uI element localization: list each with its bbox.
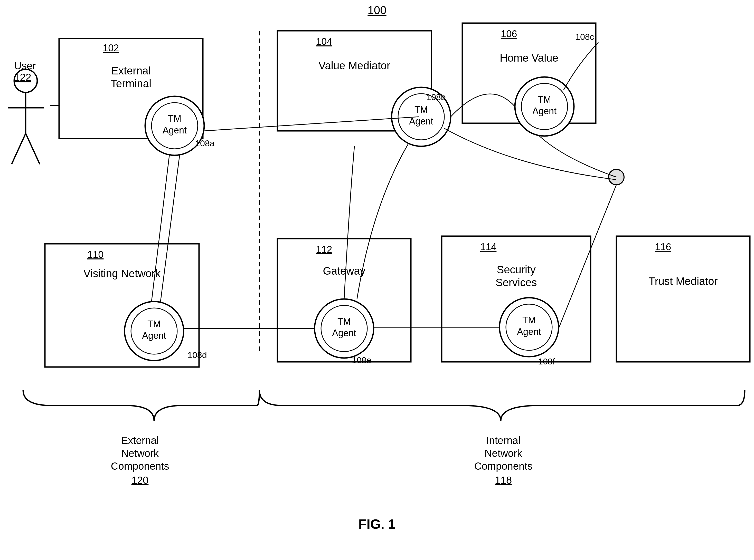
agent-108b-label1: TM [414,104,428,115]
user-ref: 122 [14,72,31,83]
agent-108d-label1: TM [148,319,161,329]
ref-108c: 108c [575,32,594,42]
agent-108e-label1: TM [337,316,351,327]
agent-108d-label2: Agent [142,330,166,341]
fig-label: FIG. 1 [359,517,395,532]
svg-text:Terminal: Terminal [111,78,152,89]
agent-108a-label1: TM [168,114,181,124]
int-network-label2: Network [485,447,523,459]
ref-102: 102 [103,43,119,53]
agent-108c-label1: TM [538,94,551,105]
ref-110: 110 [87,249,103,260]
agent-108f-label2: Agent [517,326,541,337]
ref-104: 104 [316,36,332,47]
line-108f-to-116 [559,185,616,328]
external-brace [23,390,259,421]
ref-108c-line [564,42,598,90]
ref-106: 106 [501,28,517,39]
ref-108e: 108e [352,355,371,365]
ext-network-label2: Network [121,447,159,459]
svg-text:Services: Services [496,276,537,288]
int-network-ref: 118 [495,475,512,486]
agent-108f-label1: TM [522,315,536,325]
line-108b-to-108c [451,94,515,117]
user-right-leg [26,134,40,164]
line-108c-to-junction [539,136,616,177]
agent-108e-label2: Agent [332,328,356,338]
label-110: Visiting Network [83,267,161,279]
agent-108a-label2: Agent [162,125,187,136]
label-102: External [111,65,151,77]
agent-108b-label2: Agent [409,116,433,126]
ref-108f: 108f [538,357,555,366]
ext-network-label1: External [121,435,159,446]
label-116-line1: Trust Mediator [649,275,717,287]
int-network-label3: Components [474,460,533,472]
label-104: Value Mediator [318,60,390,72]
label-114: Security [497,264,536,276]
line-108b-to-junction [444,128,616,180]
ref-108b: 108b [426,92,446,102]
ref-116: 116 [655,241,671,252]
ref-112: 112 [316,244,332,255]
ext-network-ref: 120 [132,475,149,486]
internal-brace [259,390,745,421]
user-left-leg [12,134,26,164]
diagram-svg: 100 102 External Terminal 110 Visiting N… [0,0,754,560]
user-label: User [14,60,36,71]
ref-108a: 108a [195,138,215,148]
diagram-title: 100 [367,4,386,16]
agent-108c-label2: Agent [533,106,557,116]
ext-network-label3: Components [111,460,169,472]
line-108a-to-108d-1 [160,154,180,302]
node-116 [616,236,750,362]
label-112: Gateway [323,265,365,277]
int-network-label1: Internal [486,435,520,446]
ref-114: 114 [480,241,497,252]
ref-108d: 108d [188,350,207,360]
label-106: Home Value [500,52,558,64]
diagram: 100 102 External Terminal 110 Visiting N… [0,0,754,560]
line-108a-to-108b [204,117,419,131]
